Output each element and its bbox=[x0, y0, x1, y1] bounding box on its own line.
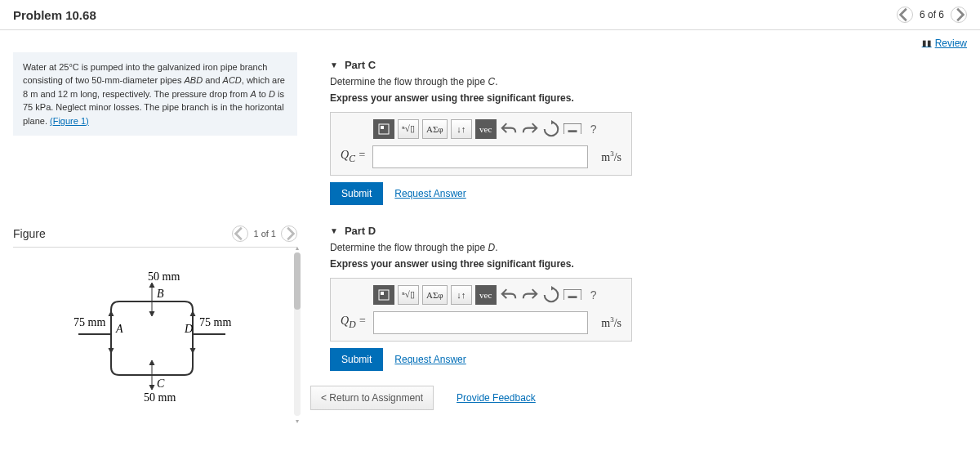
greek-tool-button[interactable]: ΑΣφ bbox=[422, 119, 448, 139]
template-tool-button[interactable] bbox=[373, 285, 394, 305]
vec-tool-button[interactable]: vec bbox=[475, 285, 497, 305]
return-to-assignment-button[interactable]: < Return to Assignment bbox=[310, 386, 434, 410]
template-icon bbox=[378, 123, 390, 135]
figure-link[interactable]: (Figure 1) bbox=[50, 116, 89, 126]
label-bot-dim: 50 mm bbox=[144, 391, 176, 404]
pager-label: 6 of 6 bbox=[920, 9, 944, 20]
help-button[interactable]: ? bbox=[585, 286, 603, 304]
part-c-answer-box: ⁿ√▯ ΑΣφ ↓↑ vec ? QC = m3/s bbox=[330, 112, 632, 176]
part-d-instr: Express your answer using three signific… bbox=[330, 258, 967, 270]
figure-next-button[interactable] bbox=[281, 226, 297, 242]
redo-icon bbox=[521, 120, 539, 138]
label-C: C bbox=[157, 377, 165, 390]
provide-feedback-link[interactable]: Provide Feedback bbox=[457, 392, 536, 404]
figure-header: Figure 1 of 1 bbox=[13, 226, 297, 248]
redo-button[interactable] bbox=[521, 120, 539, 138]
chevron-left-icon bbox=[898, 7, 912, 22]
chevron-right-icon bbox=[951, 7, 966, 22]
help-button[interactable]: ? bbox=[585, 120, 603, 138]
label-right-dim: 75 mm bbox=[199, 316, 231, 328]
problem-statement: Water at 25°C is pumped into the galvani… bbox=[13, 52, 297, 136]
next-page-button[interactable] bbox=[951, 7, 967, 23]
part-d-answer-input[interactable] bbox=[373, 311, 589, 334]
part-d-request-answer-link[interactable]: Request Answer bbox=[394, 354, 466, 365]
part-c: ▼ Part C Determine the flow through the … bbox=[310, 52, 967, 205]
root-tool-button[interactable]: ⁿ√▯ bbox=[398, 285, 419, 305]
figure-scrollbar[interactable]: ▴ ▾ bbox=[294, 252, 301, 416]
svg-rect-5 bbox=[381, 126, 384, 129]
review-link[interactable]: ▮▮ Review bbox=[922, 38, 967, 49]
part-d-prompt: Determine the flow through the pipe D. bbox=[330, 242, 967, 253]
keyboard-button[interactable] bbox=[564, 286, 581, 304]
part-c-answer-input[interactable] bbox=[372, 145, 588, 168]
figure-pager: 1 of 1 bbox=[232, 226, 297, 242]
part-d-submit-button[interactable]: Submit bbox=[330, 348, 383, 371]
part-d-toolbar: ⁿ√▯ ΑΣφ ↓↑ vec ? bbox=[341, 285, 621, 305]
figure-body: ▴ ▾ bbox=[13, 252, 297, 416]
updown-tool-button[interactable]: ↓↑ bbox=[451, 119, 472, 139]
redo-icon bbox=[521, 286, 539, 304]
page-pager: 6 of 6 bbox=[897, 7, 967, 23]
figure-prev-button[interactable] bbox=[232, 226, 248, 242]
part-d-var-label: QD = bbox=[341, 315, 368, 330]
root-icon: ⁿ√▯ bbox=[402, 123, 415, 134]
review-row: ▮▮ Review bbox=[0, 30, 980, 52]
chevron-left-icon bbox=[233, 226, 247, 241]
vec-tool-button[interactable]: vec bbox=[475, 119, 497, 139]
label-A: A bbox=[115, 323, 123, 335]
undo-icon bbox=[500, 120, 518, 138]
part-c-unit: m3/s bbox=[593, 150, 621, 164]
part-c-instr: Express your answer using three signific… bbox=[330, 92, 967, 104]
svg-rect-13 bbox=[381, 292, 384, 295]
reset-icon bbox=[542, 120, 560, 138]
undo-button[interactable] bbox=[500, 120, 518, 138]
page-header: Problem 10.68 6 of 6 bbox=[0, 0, 980, 30]
part-d-unit: m3/s bbox=[593, 315, 621, 330]
undo-button[interactable] bbox=[500, 286, 518, 304]
problem-title: Problem 10.68 bbox=[13, 8, 96, 22]
scroll-thumb[interactable] bbox=[294, 252, 301, 310]
svg-rect-6 bbox=[564, 123, 581, 135]
figure-title: Figure bbox=[13, 227, 46, 240]
undo-icon bbox=[500, 286, 518, 304]
prev-page-button[interactable] bbox=[897, 7, 913, 23]
updown-tool-button[interactable]: ↓↑ bbox=[451, 285, 472, 305]
part-d-title: Part D bbox=[345, 225, 376, 237]
reset-button[interactable] bbox=[542, 286, 560, 304]
collapse-caret-icon[interactable]: ▼ bbox=[330, 226, 338, 235]
collapse-caret-icon[interactable]: ▼ bbox=[330, 60, 338, 69]
svg-rect-14 bbox=[564, 289, 581, 301]
label-top-dim: 50 mm bbox=[148, 270, 180, 283]
pipe-diagram: 50 mm B 75 mm A 75 mm D C 50 mm bbox=[62, 269, 274, 416]
part-d-answer-box: ⁿ√▯ ΑΣφ ↓↑ vec ? QD = m3/s bbox=[330, 278, 632, 342]
part-c-title: Part C bbox=[345, 59, 376, 71]
template-tool-button[interactable] bbox=[373, 119, 394, 139]
keyboard-icon bbox=[564, 289, 581, 301]
part-c-var-label: QC = bbox=[341, 149, 368, 164]
redo-button[interactable] bbox=[521, 286, 539, 304]
reset-icon bbox=[542, 286, 560, 304]
label-left-dim: 75 mm bbox=[74, 316, 105, 328]
chevron-right-icon bbox=[282, 226, 296, 241]
root-icon: ⁿ√▯ bbox=[402, 289, 415, 300]
scroll-down-icon: ▾ bbox=[294, 418, 301, 424]
part-c-prompt: Determine the flow through the pipe C. bbox=[330, 76, 967, 87]
label-B: B bbox=[157, 288, 164, 300]
root-tool-button[interactable]: ⁿ√▯ bbox=[398, 119, 419, 139]
part-c-request-answer-link[interactable]: Request Answer bbox=[394, 188, 466, 199]
scroll-up-icon: ▴ bbox=[294, 244, 301, 251]
greek-tool-button[interactable]: ΑΣφ bbox=[422, 285, 448, 305]
part-c-toolbar: ⁿ√▯ ΑΣφ ↓↑ vec ? bbox=[341, 119, 621, 139]
keyboard-button[interactable] bbox=[564, 120, 581, 138]
label-D: D bbox=[184, 323, 193, 335]
footer-row: < Return to Assignment Provide Feedback bbox=[310, 386, 967, 410]
part-c-submit-button[interactable]: Submit bbox=[330, 182, 383, 205]
reset-button[interactable] bbox=[542, 120, 560, 138]
keyboard-icon bbox=[564, 123, 581, 135]
flag-icon: ▮▮ bbox=[922, 38, 932, 47]
part-d: ▼ Part D Determine the flow through the … bbox=[310, 218, 967, 371]
template-icon bbox=[378, 289, 390, 301]
